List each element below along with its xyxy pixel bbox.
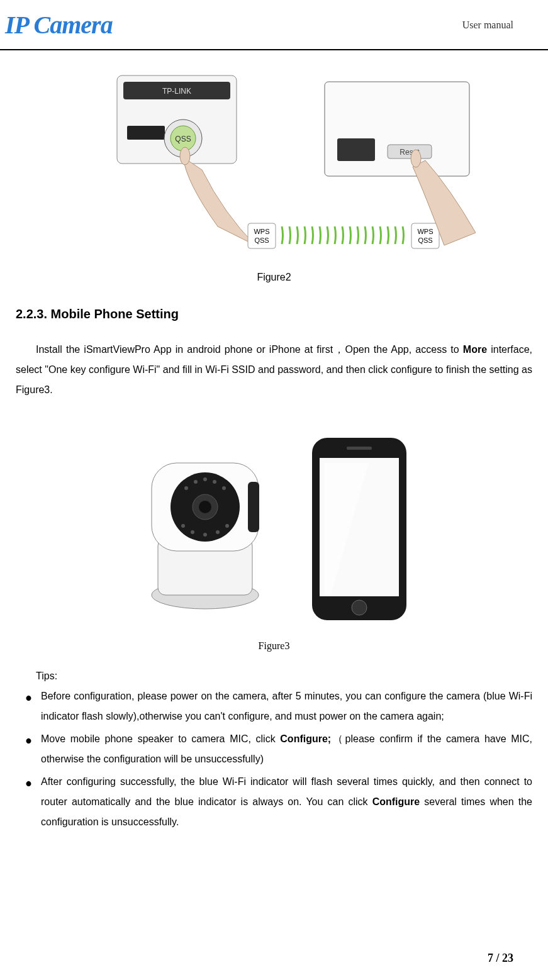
svg-text:TP-LINK: TP-LINK [162,87,191,96]
logo: IP Camera [5,5,113,45]
svg-point-27 [203,477,207,481]
bullet-text: Move mobile phone speaker to camera MIC,… [41,729,532,769]
paragraph-1: Install the iSmartViewPro App in android… [16,340,532,400]
svg-rect-15 [337,138,375,161]
svg-rect-11 [411,223,439,248]
section-number: 2.2.3. [16,307,47,321]
figure2-caption: Figure2 [16,269,532,286]
figure3-caption: Figure3 [16,638,532,654]
svg-point-30 [181,524,185,528]
svg-point-38 [352,600,367,615]
svg-text:QSS: QSS [418,237,432,244]
bullet-icon: ⬤ [16,729,41,769]
figure3-block: Figure3 [16,419,532,654]
svg-rect-35 [248,482,259,532]
bullet-icon: ⬤ [16,686,41,727]
svg-point-28 [213,480,216,484]
svg-text:QSS: QSS [175,135,191,143]
svg-point-34 [225,524,229,528]
svg-point-32 [203,533,207,537]
svg-point-7 [180,147,190,165]
list-item: ⬤ Before configuration, please power on … [16,686,532,727]
bullet-icon: ⬤ [16,772,41,832]
figure2-illustration: TP-LINK QSS WPS QSS [73,57,476,258]
header-label: User manual [462,17,513,33]
svg-rect-39 [347,447,372,450]
svg-point-24 [199,501,211,513]
list-item: ⬤ After configuring successfully, the bl… [16,772,532,832]
list-item: ⬤ Move mobile phone speaker to camera MI… [16,729,532,769]
page-header: IP Camera User manual [0,0,548,50]
svg-point-25 [184,486,188,490]
figure3-illustration [98,419,450,626]
svg-text:WPS: WPS [417,228,433,235]
tips-label: Tips: [36,666,532,686]
bullet-text: Before configuration, please power on th… [41,686,532,727]
bullet-text: After configuring successfully, the blue… [41,772,532,832]
svg-rect-14 [325,82,469,176]
section-title: Mobile Phone Setting [51,307,179,321]
svg-text:WPS: WPS [254,228,269,235]
page-number: 7 / 23 [488,949,513,967]
tips-list: ⬤ Before configuration, please power on … [16,686,532,832]
svg-rect-3 [127,126,165,140]
figure2-block: TP-LINK QSS WPS QSS [16,57,532,285]
svg-point-33 [216,530,220,534]
svg-point-31 [191,530,194,534]
page-content: TP-LINK QSS WPS QSS [0,57,548,832]
svg-rect-8 [248,223,276,248]
svg-point-26 [194,480,198,484]
svg-point-18 [411,150,421,167]
svg-point-29 [222,486,226,490]
section-heading: 2.2.3. Mobile Phone Setting [16,304,532,324]
svg-text:QSS: QSS [254,237,269,244]
